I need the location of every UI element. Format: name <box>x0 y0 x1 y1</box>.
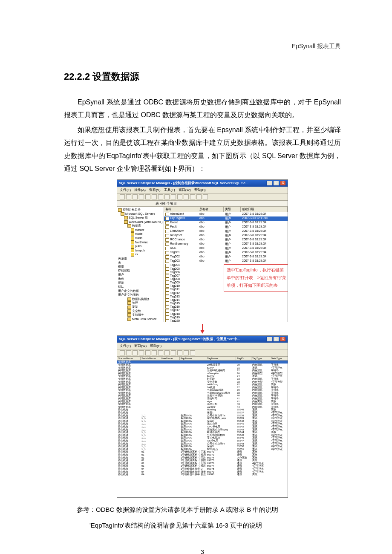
table-row[interactable]: 香山线路1_1备用200A保留365550通讯4字节浮点 <box>117 445 288 448</box>
tree-item[interactable]: 安全性 <box>118 309 163 313</box>
table-row[interactable]: 香山线路RunTag65549通讯离散 <box>117 408 288 411</box>
toolbar-icon[interactable] <box>171 350 176 355</box>
table-row[interactable]: 实时数据库var混凝44内存消息字符串 <box>117 406 288 409</box>
table-row[interactable]: Tag018 <box>164 312 288 316</box>
column-header[interactable]: SwitchName <box>141 357 160 360</box>
column-header[interactable]: 创建日期 <box>241 207 288 212</box>
table-row[interactable]: 香山线路1_1备用200A公用有功功率Pl65548通讯4字节浮点 <box>117 442 288 445</box>
table-row[interactable]: Tag001dbo用户2007-3-8 18:29:34 <box>164 251 288 255</box>
tree-item[interactable]: 表 <box>118 261 163 265</box>
table-row[interactable]: 实时数据库系统时间41内存消息字符串 <box>117 397 288 400</box>
table-row[interactable]: 实时数据库 <box>117 361 288 364</box>
table-row[interactable]: AlarmLimitdbo用户2007-3-8 18:29:34 <box>164 212 288 216</box>
column-header[interactable]: 类型 <box>224 207 241 212</box>
close-icon[interactable]: X <box>280 181 286 186</box>
table-row[interactable]: 香山线路1_1备用200ACPU棒电压65542通讯4字节浮点 <box>117 425 288 428</box>
tree-item[interactable]: 用户定义的数据 <box>118 289 163 293</box>
table-row[interactable]: 实时数据库nGroupNo36内存整型4字节整型 <box>117 372 288 375</box>
table-row[interactable]: 香山线路保留165537通讯4字节浮点 <box>117 411 288 414</box>
toolbar-icon[interactable] <box>145 194 150 199</box>
toolbar-icon[interactable] <box>171 194 176 199</box>
table-row[interactable]: 实时数据库2#线温显示30内存消息字符串 <box>117 364 288 366</box>
tree-item[interactable]: pubs <box>118 244 163 248</box>
table-row[interactable]: 实时数据库时间段33内存消息字符串 <box>117 378 288 381</box>
menu-item[interactable]: 文件(F) <box>120 188 131 192</box>
menu-item[interactable]: 帮助(H) <box>194 188 206 192</box>
menu-item[interactable]: 工具(T) <box>164 188 175 192</box>
toolbar-icon[interactable] <box>158 350 163 355</box>
column-header[interactable]: TagName <box>206 357 236 360</box>
minimize-icon[interactable]: _ <box>266 337 272 342</box>
table-row[interactable]: 香山线路011号进线隔离柜《 无功电度Ex69076通讯4字节浮点 <box>117 462 288 465</box>
table-row[interactable]: 实时数据库SumP31通讯4字节浮点 <box>117 366 288 369</box>
table-row[interactable]: 实时数据库2#线温37内存消息字符串 <box>117 386 288 389</box>
table-row[interactable]: 实时数据库当前SOE线路40内存消息字符串 <box>117 394 288 397</box>
toolbar-icon[interactable] <box>190 350 195 355</box>
table-row[interactable]: 香山线路1_1备用200A零功电度Zp_exp65539通讯4字节浮点 <box>117 417 288 420</box>
column-header[interactable]: LineName <box>160 357 180 360</box>
toolbar-icon[interactable] <box>158 194 163 199</box>
toolbar-icon[interactable] <box>126 350 131 355</box>
menu-item[interactable]: 窗口(W) <box>134 344 147 348</box>
tree-item[interactable]: 控制台根目录 <box>118 208 163 211</box>
tree-item[interactable]: 视图 <box>118 265 163 268</box>
column-header[interactable]: 所有者 <box>198 207 224 212</box>
table-row[interactable]: EqpTagInfodbo用户2007-3-30 12:11:40 <box>164 216 288 221</box>
toolbar-icon[interactable] <box>177 194 182 199</box>
toolbar-icon[interactable] <box>145 350 150 355</box>
table-row[interactable]: Tag017 <box>164 309 288 312</box>
tree-item[interactable]: 数据转换服务 <box>118 297 163 301</box>
table-row[interactable]: SOEdbo用户2007-3-8 18:29:34 <box>164 246 288 251</box>
tree-item[interactable]: Northwind <box>118 240 163 245</box>
table-row[interactable]: Tag012 <box>164 291 288 295</box>
table-row[interactable]: 实时数据库系统日期43内存消息字符串 <box>117 403 288 406</box>
maximize-icon[interactable]: □ <box>273 337 279 342</box>
table-row[interactable]: ROChangedbo用户2007-3-8 18:29:34 <box>164 238 288 242</box>
table-row[interactable]: 香山线路1_1备用200ABC相电压65551通讯4字节浮点 <box>117 448 288 451</box>
tree-item[interactable]: 用户定义的函数 <box>118 293 163 297</box>
tree-item[interactable]: tempdb <box>118 248 163 253</box>
maximize-icon[interactable]: □ <box>273 181 279 186</box>
tree-item[interactable]: model <box>118 232 163 236</box>
table-row[interactable]: 香山线路1_1备用200A零功电度Zq65546通讯4字节浮点 <box>117 436 288 439</box>
table-row[interactable]: 实时数据库txtMrDrug42内存消息离散 <box>117 383 288 386</box>
table-row[interactable]: Tag003dbo用户2007-3-8 18:29:34 <box>164 259 288 263</box>
column-header[interactable]: EqpName <box>180 357 206 360</box>
table-row[interactable]: 实时数据库sign41内存离散离散 <box>117 400 288 403</box>
minimize-icon[interactable]: _ <box>266 181 272 186</box>
toolbar-icon[interactable] <box>139 350 144 355</box>
figure-1-table[interactable]: 名称所有者类型创建日期 AlarmLimitdbo用户2007-3-8 18:2… <box>164 207 288 322</box>
tree-item[interactable]: master <box>118 228 163 232</box>
table-row[interactable]: LimitAlarmdbo用户2007-3-8 18:29:34 <box>164 229 288 234</box>
table-row[interactable]: 香山线路1_1备用200A断路器状态65544通讯离散 <box>117 431 288 434</box>
column-header[interactable]: TagType <box>251 357 270 360</box>
table-row[interactable]: RelaySetdbo用户2007-3-8 18:29:34 <box>164 234 288 238</box>
toolbar-icon[interactable] <box>133 194 138 199</box>
tree-item[interactable]: 存储过程 <box>118 268 163 272</box>
menu-item[interactable]: 查看(V) <box>149 188 161 192</box>
table-row[interactable]: Tag019 <box>164 316 288 319</box>
table-row[interactable]: 实时数据库安全天数38内存整型4字节整型 <box>117 381 288 384</box>
column-header[interactable]: StationName <box>117 357 141 360</box>
table-row[interactable]: Faultdbo用户2007-3-8 18:29:34 <box>164 225 288 229</box>
figure-2-table[interactable]: StationNameSwitchNameLineNameEqpNameTagN… <box>117 357 288 497</box>
tree-item[interactable]: msdb <box>118 236 163 240</box>
tree-item[interactable]: 数据库 <box>118 224 163 228</box>
table-row[interactable]: 香山线路011号进线隔离柜《 预防速断69075通讯离散 <box>117 459 288 462</box>
table-row[interactable]: Tag002dbo用户2007-3-8 18:29:34 <box>164 255 288 259</box>
table-row[interactable]: 香山线路1_1备用200A分相功率因数FI65545通讯4字节浮点 <box>117 434 288 437</box>
table-row[interactable]: Tag014 <box>164 298 288 302</box>
table-row[interactable]: Tag020 <box>164 319 288 322</box>
tree-item[interactable]: 规则 <box>118 281 163 285</box>
toolbar-icon[interactable] <box>120 350 125 355</box>
toolbar-icon[interactable] <box>184 350 189 355</box>
menu-item[interactable]: 帮助(H) <box>150 344 161 348</box>
table-row[interactable]: Tag016 <box>164 305 288 309</box>
table-row[interactable]: 香山线路1_1备用200A保留265540通讯4字节浮点 <box>117 420 288 423</box>
toolbar-icon[interactable] <box>152 194 157 199</box>
table-row[interactable]: 香山线路1_1备用200A系统无功功率sysq65543通讯4字节浮点 <box>117 428 288 431</box>
toolbar-icon[interactable] <box>120 194 125 199</box>
table-row[interactable]: Eventdbo用户2007-3-8 18:29:34 <box>164 221 288 225</box>
table-row[interactable]: 香山线路011号进线隔离柜《 回路标识位69074内存离散离散 <box>117 456 288 459</box>
table-row[interactable]: 实时数据库当前relate线路39内存消息字符串 <box>117 389 288 392</box>
